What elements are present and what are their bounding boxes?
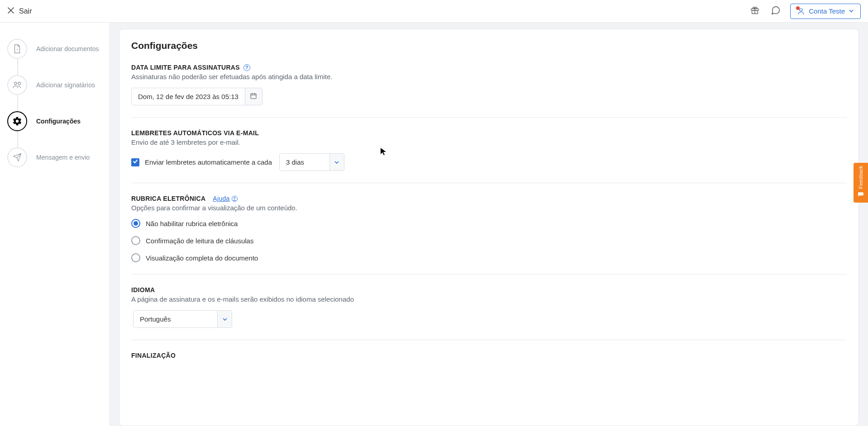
svg-rect-10 [251,94,256,99]
radio-label: Não habilitar rubrica eletrônica [146,220,238,227]
calendar-button[interactable] [245,88,262,105]
deadline-date-value: Dom, 12 de fev de 2023 às 05:13 [132,88,245,105]
reminders-checkbox[interactable] [131,158,139,166]
section-desc: Assinaturas não poderão ser efetuadas ap… [131,73,847,80]
svg-point-9 [18,82,21,85]
document-icon [7,39,27,59]
gear-icon [7,111,27,131]
exit-label: Sair [19,7,32,15]
section-title: DATA LIMITE PARA ASSINATURAS ? [131,64,847,71]
svg-point-5 [800,9,802,11]
check-icon [133,159,138,166]
chevron-down-icon [217,311,232,327]
step-label: Mensagem e envio [36,154,90,161]
radio-icon [131,253,140,262]
main: Configurações DATA LIMITE PARA ASSINATUR… [110,23,868,426]
radio-label: Visualização completa do documento [146,254,258,262]
rubrica-option-disable[interactable]: Não habilitar rubrica eletrônica [131,219,847,228]
step-add-signers[interactable]: Adicionar signatários [0,67,110,103]
step-message-send[interactable]: Mensagem e envio [0,139,110,175]
chat-icon [771,5,781,17]
chat-icon-button[interactable] [769,5,782,18]
feedback-icon [858,192,864,200]
people-icon [7,75,27,95]
help-icon[interactable]: ? [243,64,250,71]
section-finalization: FINALIZAÇÃO [131,352,847,359]
sidebar: Adicionar documentos Adicionar signatári… [0,23,110,426]
section-title: RUBRICA ELETRÔNICA Ajuda ? [131,195,847,202]
reminders-checkbox-label: Enviar lembretes automaticamente a cada [145,158,272,166]
feedback-label: Feedback [858,166,863,189]
step-label: Adicionar signatários [36,81,95,89]
settings-card: Configurações DATA LIMITE PARA ASSINATUR… [119,29,859,426]
close-icon [7,7,14,16]
radio-icon [131,219,140,228]
radio-icon [131,236,140,245]
section-title: IDIOMA [131,286,847,293]
language-select[interactable]: Português [133,310,232,328]
section-title: LEMBRETES AUTOMÁTICOS VIA E-MAIL [131,129,847,137]
step-label: Adicionar documentos [36,45,99,52]
calendar-icon [250,92,257,101]
section-desc: Envio de até 3 lembretes por e-mail. [131,138,847,146]
chevron-down-icon [329,154,344,170]
radio-label: Confirmação de leitura de cláusulas [146,237,253,245]
step-settings[interactable]: Configurações [0,103,110,139]
account-button[interactable]: Conta Teste [790,4,861,19]
rubrica-help-link[interactable]: Ajuda ? [213,195,237,202]
reminders-interval-select[interactable]: 3 dias [279,153,344,171]
section-language: IDIOMA A página de assinatura e os e-mai… [131,286,847,340]
rubrica-option-fullview[interactable]: Visualização completa do documento [131,253,847,262]
section-reminders: LEMBRETES AUTOMÁTICOS VIA E-MAIL Envio d… [131,129,847,183]
section-desc: A página de assinatura e os e-mails serã… [131,295,847,303]
step-label: Configurações [36,118,81,125]
section-deadline: DATA LIMITE PARA ASSINATURAS ? Assinatur… [131,64,847,118]
language-value: Português [134,311,217,327]
gift-icon [750,5,760,17]
page-title: Configurações [131,40,847,51]
chevron-down-icon [849,7,854,15]
account-label: Conta Teste [809,7,845,15]
reminders-interval-value: 3 dias [280,154,329,170]
feedback-tab[interactable]: Feedback [854,163,868,203]
header: Sair Conta Teste [0,0,868,23]
section-desc: Opções para confirmar a visualização de … [131,204,847,212]
gift-icon-button[interactable] [749,5,761,18]
exit-button[interactable]: Sair [7,7,32,16]
step-add-documents[interactable]: Adicionar documentos [0,31,110,67]
send-icon [7,147,27,167]
deadline-date-input[interactable]: Dom, 12 de fev de 2023 às 05:13 [131,88,262,105]
section-title: FINALIZAÇÃO [131,352,847,359]
rubrica-option-clauses[interactable]: Confirmação de leitura de cláusulas [131,236,847,245]
account-icon [797,7,805,15]
help-icon: ? [232,196,238,202]
svg-point-8 [14,82,17,85]
section-rubrica: RUBRICA ELETRÔNICA Ajuda ? Opções para c… [131,195,847,275]
